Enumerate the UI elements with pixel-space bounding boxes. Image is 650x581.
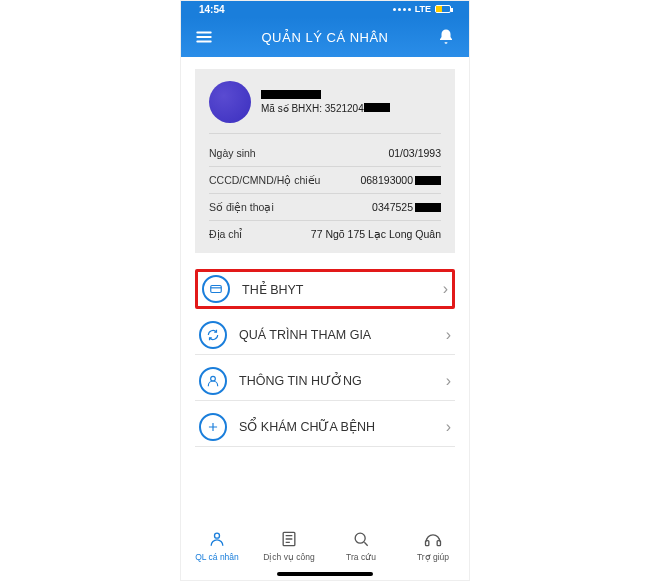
tab-ql-ca-nhan[interactable]: QL cá nhân bbox=[181, 529, 253, 562]
avatar bbox=[209, 81, 251, 123]
status-bar: 14:54 LTE bbox=[181, 1, 469, 17]
hamburger-icon bbox=[195, 28, 213, 46]
profile-card: Mã số BHXH: 3521204 Ngày sinh01/03/1993C… bbox=[195, 69, 455, 253]
chevron-right-icon: › bbox=[446, 326, 451, 344]
redacted-bhxh bbox=[364, 103, 390, 112]
refresh-icon bbox=[199, 321, 227, 349]
notifications-button[interactable] bbox=[437, 28, 455, 46]
status-right: LTE bbox=[393, 4, 451, 14]
redacted-name bbox=[261, 90, 321, 99]
tab-label: Dịch vụ công bbox=[263, 552, 315, 562]
bhxh-row: Mã số BHXH: 3521204 bbox=[261, 103, 390, 114]
bhxh-label: Mã số BHXH: bbox=[261, 103, 322, 114]
tab-tra-cuu[interactable]: Tra cứu bbox=[325, 529, 397, 562]
menu-item-the-bhyt[interactable]: THẺ BHYT› bbox=[195, 269, 455, 309]
profile-fields: Ngày sinh01/03/1993CCCD/CMND/Hộ chiếu068… bbox=[209, 140, 441, 247]
menu-list: THẺ BHYT›QUÁ TRÌNH THAM GIA›THÔNG TIN HƯ… bbox=[195, 269, 455, 447]
content-area: Mã số BHXH: 3521204 Ngày sinh01/03/1993C… bbox=[181, 57, 469, 524]
field-row: CCCD/CMND/Hộ chiếu068193000 bbox=[209, 167, 441, 194]
menu-label: QUÁ TRÌNH THAM GIA bbox=[239, 328, 434, 342]
field-label: Số điện thoại bbox=[209, 201, 274, 213]
chevron-right-icon: › bbox=[446, 372, 451, 390]
menu-label: THẺ BHYT bbox=[242, 282, 431, 297]
tab-icon bbox=[279, 529, 299, 549]
field-label: CCCD/CMND/Hộ chiếu bbox=[209, 174, 320, 186]
battery-icon bbox=[435, 5, 451, 13]
tab-tro-giup[interactable]: Trợ giúp bbox=[397, 529, 469, 562]
page-title: QUẢN LÝ CÁ NHÂN bbox=[261, 30, 388, 45]
plus-icon bbox=[199, 413, 227, 441]
menu-label: SỔ KHÁM CHỮA BỆNH bbox=[239, 419, 434, 434]
tab-label: Tra cứu bbox=[346, 552, 376, 562]
user-icon bbox=[199, 367, 227, 395]
menu-item-so-kham[interactable]: SỔ KHÁM CHỮA BỆNH› bbox=[195, 407, 455, 447]
tab-label: QL cá nhân bbox=[195, 552, 239, 562]
menu-button[interactable] bbox=[195, 28, 213, 46]
card-icon bbox=[202, 275, 230, 303]
home-indicator bbox=[277, 572, 373, 576]
chevron-right-icon: › bbox=[443, 280, 448, 298]
field-value: 0347525 bbox=[372, 201, 441, 213]
field-label: Ngày sinh bbox=[209, 147, 256, 159]
tab-icon bbox=[351, 529, 371, 549]
svg-point-1 bbox=[211, 376, 216, 381]
app-header: QUẢN LÝ CÁ NHÂN bbox=[181, 17, 469, 57]
phone-screen: 14:54 LTE QUẢN LÝ CÁ NHÂN Mã bbox=[180, 0, 470, 581]
chevron-right-icon: › bbox=[446, 418, 451, 436]
menu-item-qua-trinh[interactable]: QUÁ TRÌNH THAM GIA› bbox=[195, 315, 455, 355]
field-row: Địa chỉ77 Ngõ 175 Lạc Long Quân bbox=[209, 221, 441, 247]
svg-point-4 bbox=[355, 533, 365, 543]
field-label: Địa chỉ bbox=[209, 228, 242, 240]
field-value: 01/03/1993 bbox=[388, 147, 441, 159]
tab-label: Trợ giúp bbox=[417, 552, 449, 562]
signal-icon bbox=[393, 8, 411, 11]
svg-rect-5 bbox=[426, 541, 429, 546]
svg-rect-6 bbox=[437, 541, 440, 546]
menu-label: THÔNG TIN HƯỞNG bbox=[239, 373, 434, 388]
svg-rect-0 bbox=[211, 286, 222, 293]
field-value: 77 Ngõ 175 Lạc Long Quân bbox=[311, 228, 441, 240]
menu-item-thong-tin-huong[interactable]: THÔNG TIN HƯỞNG› bbox=[195, 361, 455, 401]
field-value: 068193000 bbox=[360, 174, 441, 186]
bell-icon bbox=[437, 28, 455, 46]
redacted bbox=[415, 203, 441, 212]
bhxh-value: 3521204 bbox=[325, 103, 364, 114]
tab-icon bbox=[423, 529, 443, 549]
profile-text: Mã số BHXH: 3521204 bbox=[261, 90, 390, 114]
field-row: Số điện thoại0347525 bbox=[209, 194, 441, 221]
redacted bbox=[415, 176, 441, 185]
status-time: 14:54 bbox=[199, 4, 225, 15]
svg-point-2 bbox=[215, 533, 220, 538]
network-label: LTE bbox=[415, 4, 431, 14]
field-row: Ngày sinh01/03/1993 bbox=[209, 140, 441, 167]
profile-header: Mã số BHXH: 3521204 bbox=[209, 81, 441, 134]
profile-name bbox=[261, 90, 390, 99]
tab-dich-vu-cong[interactable]: Dịch vụ công bbox=[253, 529, 325, 562]
tab-icon bbox=[207, 529, 227, 549]
